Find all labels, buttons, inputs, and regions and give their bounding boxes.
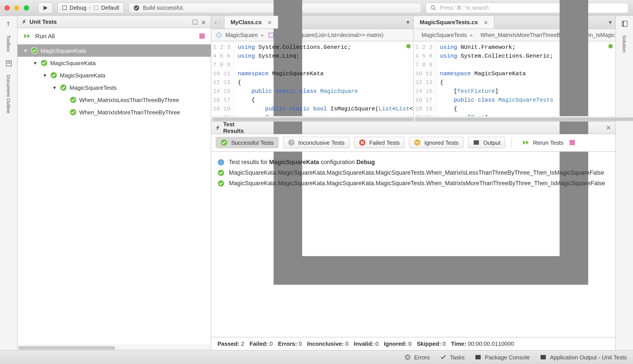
sb-app-output[interactable]: Application Output - Unit Tests: [540, 354, 627, 360]
test-results-title: Test Results: [223, 121, 252, 134]
sb-tasks-label: Tasks: [450, 354, 464, 360]
inconclusive-value: 0: [345, 340, 348, 347]
disclosure-icon[interactable]: ▼: [23, 48, 28, 53]
solution-icon[interactable]: [620, 19, 629, 28]
code-area-left[interactable]: 1 2 3 4 5 6 7 8 9 10 11 12 13 14 15 16 1…: [211, 41, 413, 116]
rail-solution-label[interactable]: Solution: [622, 34, 627, 54]
ignored-label: Ignored:: [384, 340, 407, 347]
pass-icon: [31, 47, 38, 54]
tab-overflow-button[interactable]: ▾: [605, 16, 615, 28]
result-row[interactable]: MagicSquareKata.MagicSquareKata.MagicSqu…: [217, 167, 609, 178]
svg-rect-38: [623, 21, 623, 26]
tree-node[interactable]: ▼MagicSquareTests: [18, 82, 211, 94]
sb-package-console[interactable]: Package Console: [475, 354, 530, 360]
time-label: Time:: [451, 340, 466, 347]
tree-scrollbar[interactable]: [18, 345, 211, 350]
tab-myclass[interactable]: MyClass.cs ×: [224, 16, 278, 28]
result-name: MagicSquareKata.MagicSquareKata.MagicSqu…: [229, 180, 605, 186]
results-toolbar: Successful Tests ? Inconclusive Tests Fa…: [211, 134, 615, 152]
results-summary: i Test results for MagicSquareKata confi…: [217, 157, 609, 167]
minimize-window-button[interactable]: [14, 5, 19, 10]
pass-icon: [70, 96, 77, 103]
filter-successful[interactable]: Successful Tests: [216, 137, 278, 148]
tree-node[interactable]: ▼MagicSquareKata: [18, 57, 211, 69]
rail-toolbox-label[interactable]: Toolbox: [6, 34, 11, 54]
summary-prefix: Test results for: [229, 159, 269, 166]
run-all-label: Run All: [35, 32, 55, 40]
pass-icon: [50, 72, 57, 79]
filter-failed[interactable]: Failed Tests: [354, 137, 405, 148]
disclosure-icon[interactable]: ▼: [52, 85, 57, 90]
filter-inconclusive[interactable]: ? Inconclusive Tests: [283, 137, 350, 148]
close-window-button[interactable]: [5, 5, 10, 10]
skipped-label: Skipped:: [417, 340, 441, 347]
summary-project: MagicSquareKata: [269, 159, 319, 166]
toolbox-icon[interactable]: T: [4, 19, 13, 28]
filter-output-label: Output: [483, 139, 500, 146]
svg-marker-31: [523, 140, 526, 145]
bc-class: MagicSquare: [225, 32, 258, 38]
unit-tests-header: ⚡︎ Unit Tests ✕: [18, 16, 211, 28]
filter-ignored[interactable]: Ignored Tests: [409, 137, 463, 148]
close-tab-icon[interactable]: ×: [268, 19, 271, 26]
zoom-window-button[interactable]: [24, 5, 29, 10]
run-button[interactable]: [38, 2, 53, 14]
bolt-icon: ⚡︎: [216, 124, 220, 131]
tree-label: When_MatrixIsMoreThanThreeByThree: [79, 109, 180, 116]
svg-rect-10: [193, 20, 197, 24]
errors-value: 0: [299, 340, 302, 347]
tab-nav-left[interactable]: ‹ ›: [211, 16, 224, 28]
main-area: T Toolbox Document Outline ⚡︎ Unit Tests…: [0, 16, 633, 350]
tree-label: MagicSquareKata: [50, 60, 96, 66]
result-name: MagicSquareKata.MagicSquareKata.MagicSqu…: [229, 169, 604, 176]
filter-output[interactable]: Output: [468, 137, 505, 148]
result-row[interactable]: MagicSquareKata.MagicSquareKata.MagicSqu…: [217, 178, 609, 188]
stop-icon[interactable]: [199, 34, 205, 39]
svg-rect-40: [476, 355, 481, 360]
pass-icon: [41, 60, 48, 66]
svg-rect-41: [541, 355, 546, 360]
rail-docoutline-label[interactable]: Document Outline: [6, 73, 11, 115]
sb-errors[interactable]: Errors: [405, 354, 430, 360]
code-area-right[interactable]: 1 2 3 4 5 6 7 8 9 10 11 12 13 14 15 16 1…: [414, 41, 615, 116]
editor-left-scrollbar[interactable]: [211, 116, 413, 121]
build-status-text: Build successful.: [143, 4, 184, 11]
check-icon: [440, 354, 446, 360]
tree-label: MagicSquareTests: [70, 84, 117, 91]
divider: [511, 138, 512, 147]
pass-icon: [70, 109, 77, 116]
dock-icon[interactable]: [192, 19, 198, 24]
failed-value: 0: [270, 340, 273, 347]
code-right[interactable]: using NUnit.Framework; using System.Coll…: [436, 41, 615, 116]
svg-marker-11: [24, 34, 27, 38]
build-config-selector[interactable]: Debug › Default: [57, 2, 124, 14]
tab-magicsquaretests[interactable]: MagicSquareTests.cs ×: [414, 16, 494, 28]
disclosure-icon[interactable]: ▼: [42, 73, 48, 78]
code-left[interactable]: using System.Collections.Generic; using …: [234, 41, 413, 116]
tree-node[interactable]: When_MatrixIsLessThanThreeByThree: [18, 94, 211, 106]
nav-back-icon[interactable]: ‹: [215, 19, 217, 26]
failed-label: Failed:: [249, 340, 268, 347]
rerun-tests-button[interactable]: Rerun Tests: [518, 138, 579, 148]
editor-right-scrollbar[interactable]: [414, 116, 615, 121]
tests-tree[interactable]: ▼MagicSquareKata▼MagicSquareKata▼MagicSq…: [18, 44, 211, 345]
tree-node[interactable]: ▼MagicSquareKata: [18, 69, 211, 82]
chevron-right-icon: ›: [89, 4, 91, 11]
disclosure-icon[interactable]: ▼: [33, 60, 38, 65]
build-indicator-icon: [608, 44, 613, 48]
svg-marker-19: [216, 32, 221, 38]
tree-node[interactable]: When_MatrixIsMoreThanThreeByThree: [18, 106, 211, 118]
run-all-button[interactable]: Run All: [18, 28, 211, 44]
bolt-icon: ⚡︎: [22, 18, 26, 25]
sb-tasks[interactable]: Tasks: [440, 354, 464, 360]
svg-rect-30: [474, 140, 479, 145]
sb-errors-label: Errors: [414, 354, 430, 360]
stop-icon[interactable]: [570, 140, 575, 145]
close-icon[interactable]: ✕: [201, 19, 206, 24]
test-results-panel: ⚡︎ Test Results ✕ Successful Tests ? Inc…: [211, 121, 615, 350]
close-icon[interactable]: ✕: [606, 124, 611, 131]
tree-node[interactable]: ▼MagicSquareKata: [18, 44, 211, 57]
document-outline-icon[interactable]: [4, 59, 13, 68]
nav-fwd-icon[interactable]: ›: [219, 19, 221, 26]
close-tab-icon[interactable]: ×: [484, 19, 487, 26]
